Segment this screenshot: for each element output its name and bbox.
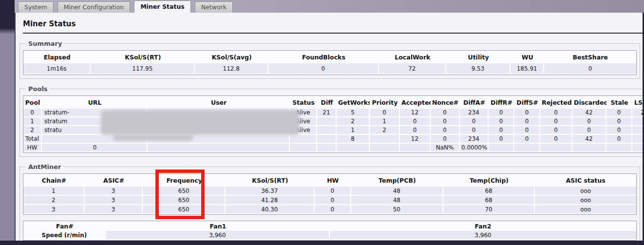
- table-cell: 3: [23, 205, 85, 214]
- redacted-url-user-blur: [101, 110, 300, 135]
- column-header: Frequency: [143, 174, 226, 187]
- chain-status-table: Chain#ASIC#FrequencyKSol/S(RT)HWTemp(PCB…: [23, 173, 637, 215]
- table-cell: 72: [379, 63, 446, 75]
- table-cell: 0: [400, 117, 431, 126]
- table-cell: 1: [23, 187, 85, 196]
- summary-table: ElapsedKSol/S(RT)KSol/S(avg)FoundBlocksL…: [23, 50, 637, 75]
- table-cell: 0: [400, 126, 431, 135]
- column-header: Discarded: [572, 96, 606, 109]
- table-cell: 0: [460, 117, 489, 126]
- table-cell: 0: [540, 109, 572, 117]
- table-cell: 234: [460, 109, 489, 117]
- column-header: KSol/S(RT): [91, 51, 195, 63]
- pools-legend: Pools: [26, 85, 50, 93]
- table-cell: [606, 144, 632, 152]
- column-header: Nonce#: [431, 96, 460, 109]
- column-header: FoundBlocks: [268, 51, 379, 63]
- table-cell: 3: [85, 196, 143, 205]
- column-header: Pool: [23, 96, 42, 109]
- table-cell: 70: [443, 205, 535, 214]
- column-header: Accepted: [400, 96, 431, 109]
- table-cell: 68: [443, 196, 535, 205]
- table-cell: 0: [514, 109, 540, 117]
- pools-table-wrapper: PoolURLUserStatusDiffGetWorksPriorityAcc…: [23, 95, 644, 153]
- column-header: ASIC status: [535, 174, 636, 187]
- table-cell: 41.28: [226, 196, 314, 205]
- table-cell: 650: [143, 187, 226, 196]
- column-header: LocalWork: [379, 51, 446, 63]
- table-cell: 0: [489, 135, 514, 144]
- table-row: HW0NaN%0.0000%: [23, 144, 644, 152]
- table-row: Speed (r/min)3,9603,960: [23, 231, 636, 240]
- table-cell: 0: [514, 117, 540, 126]
- table-cell: [572, 144, 606, 152]
- column-header: Priority: [370, 96, 400, 109]
- tab-miner-configuration[interactable]: Miner Configuration: [57, 1, 131, 13]
- column-header: Fan#: [23, 221, 106, 231]
- column-header: User: [148, 96, 290, 109]
- table-header-row: ElapsedKSol/S(RT)KSol/S(avg)FoundBlocksL…: [23, 51, 636, 63]
- table-cell: 0: [42, 144, 148, 152]
- table-cell: 36.37: [226, 187, 314, 196]
- table-cell: 0: [315, 187, 351, 196]
- table-cell: [148, 144, 290, 152]
- table-cell: 3,960: [330, 231, 636, 240]
- table-cell: 234: [460, 135, 489, 144]
- table-cell: 0: [514, 135, 540, 144]
- column-header: DiffS#: [514, 96, 540, 109]
- column-header: HW: [315, 174, 351, 187]
- table-cell: HW: [23, 144, 42, 152]
- bottom-chrome-bar: [0, 241, 644, 245]
- table-cell: ooo: [535, 196, 636, 205]
- table-row: 2365041.2804868ooo: [23, 196, 636, 205]
- table-cell: 0: [315, 205, 351, 214]
- table-cell: 0: [489, 117, 514, 126]
- corner-dark-block: [0, 0, 17, 13]
- table-cell: 3: [85, 205, 143, 214]
- table-cell: 2: [337, 117, 370, 126]
- chain-table-wrapper: Chain#ASIC#FrequencyKSol/S(RT)HWTemp(PCB…: [23, 173, 637, 241]
- table-cell: [290, 144, 317, 152]
- tab-system[interactable]: System: [18, 1, 54, 13]
- column-header: Elapsed: [23, 51, 91, 63]
- table-cell: 0: [514, 126, 540, 135]
- table-cell: 650: [143, 196, 226, 205]
- column-header: KSol/S(avg): [195, 51, 268, 63]
- column-header: ASIC#: [85, 174, 143, 187]
- content-area: Miner Status Summary ElapsedKSol/S(RT)KS…: [15, 13, 644, 241]
- table-cell: 0: [489, 126, 514, 135]
- table-cell: [337, 144, 370, 152]
- table-cell: 0: [370, 109, 400, 117]
- column-header: Status: [290, 96, 317, 109]
- table-cell: [317, 126, 337, 135]
- table-cell: 1: [337, 126, 370, 135]
- table-cell: 1: [23, 117, 42, 126]
- table-cell: [489, 144, 514, 152]
- table-cell: [290, 135, 317, 144]
- table-cell: ooo: [535, 187, 636, 196]
- table-cell: 21: [317, 109, 337, 117]
- table-cell: 50: [351, 205, 443, 214]
- table-cell: 2: [23, 196, 85, 205]
- table-cell: [370, 144, 400, 152]
- table-cell: [317, 135, 337, 144]
- tab-network[interactable]: Network: [195, 1, 233, 13]
- column-header: Rejected: [540, 96, 572, 109]
- column-header: Fan2: [330, 221, 636, 231]
- table-cell: 48: [351, 187, 443, 196]
- table-cell: [540, 144, 572, 152]
- table-cell: 2: [370, 126, 400, 135]
- column-header: Utility: [446, 51, 511, 63]
- summary-section: Summary ElapsedKSol/S(RT)KSol/S(avg)Foun…: [19, 40, 640, 79]
- table-cell: 42: [572, 135, 606, 144]
- table-cell: 0.0000%: [460, 144, 489, 152]
- column-header: Fan1: [106, 221, 330, 231]
- tab-miner-status[interactable]: Miner Status: [134, 0, 190, 13]
- summary-legend: Summary: [26, 40, 64, 47]
- table-cell: 185.91: [511, 63, 544, 75]
- table-cell: 0: [460, 126, 489, 135]
- table-cell: 0: [606, 117, 632, 126]
- page-title: Miner Status: [23, 19, 644, 29]
- redacted-blur-tail: [113, 134, 193, 141]
- table-cell: 8: [337, 135, 370, 144]
